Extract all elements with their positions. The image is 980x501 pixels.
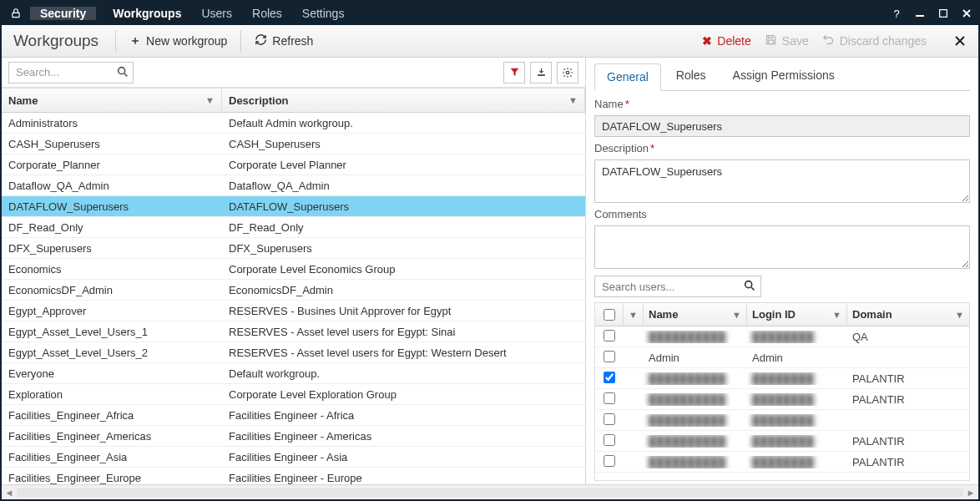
- table-row[interactable]: Egypt_ApproverRESERVES - Busines Unit Ap…: [2, 301, 585, 321]
- filter-icon[interactable]: ▼: [624, 303, 644, 326]
- name-field[interactable]: [594, 115, 970, 137]
- cell-desc: RESERVES - Asset level users for Egypt: …: [222, 347, 585, 359]
- description-field[interactable]: [594, 159, 970, 203]
- new-workgroup-button[interactable]: ＋ New workgroup: [123, 30, 234, 52]
- tab-general[interactable]: General: [594, 63, 661, 91]
- cell-name: Egypt_Asset_Level_Users_2: [2, 347, 222, 359]
- user-col-domain[interactable]: Domain▼: [847, 303, 969, 326]
- undo-icon: [822, 33, 835, 48]
- user-row[interactable]: ██████████████████PALANTIR: [595, 452, 969, 473]
- table-row[interactable]: CASH_SuperusersCASH_Superusers: [2, 134, 585, 154]
- table-row[interactable]: Egypt_Asset_Level_Users_2RESERVES - Asse…: [2, 342, 585, 363]
- col-header-desc-label: Description: [229, 94, 289, 107]
- table-row[interactable]: Egypt_Asset_Level_Users_1RESERVES - Asse…: [2, 321, 585, 342]
- delete-label: Delete: [717, 34, 750, 48]
- search-icon[interactable]: [116, 65, 129, 81]
- table-row[interactable]: Dataflow_QA_AdminDataflow_QA_Admin: [2, 175, 585, 196]
- col-header-description[interactable]: Description ▼: [222, 89, 585, 112]
- clear-filter-button[interactable]: [503, 62, 525, 84]
- table-row[interactable]: Facilities_Engineer_EuropeFacilities Eng…: [2, 468, 585, 484]
- refresh-button[interactable]: Refresh: [248, 30, 320, 52]
- user-checkbox[interactable]: [595, 392, 624, 407]
- cell-name: Economics: [2, 263, 222, 276]
- table-row[interactable]: Corporate_PlannerCorporate Level Planner: [2, 154, 585, 175]
- table-row[interactable]: DATAFLOW_SuperusersDATAFLOW_Superusers: [2, 196, 585, 217]
- title-tab-roles[interactable]: Roles: [242, 2, 292, 25]
- new-workgroup-label: New workgroup: [146, 34, 227, 48]
- minimize-icon[interactable]: [908, 2, 932, 25]
- title-tab-settings[interactable]: Settings: [292, 2, 355, 25]
- search-icon[interactable]: [743, 279, 756, 295]
- table-row[interactable]: EconomicsCorporate Level Economics Group: [2, 259, 585, 280]
- cell-name: Corporate_Planner: [2, 159, 222, 171]
- user-name: ██████████: [644, 331, 747, 343]
- user-row[interactable]: AdminAdmin: [595, 347, 969, 368]
- name-field-label: Name: [594, 98, 624, 110]
- close-icon[interactable]: [955, 2, 978, 25]
- horizontal-scrollbar[interactable]: ◄ ►: [2, 484, 978, 499]
- user-row[interactable]: ██████████████████QA: [595, 326, 969, 347]
- filter-icon[interactable]: ▼: [568, 95, 578, 105]
- delete-icon: ✖: [702, 34, 712, 48]
- table-row[interactable]: Facilities_Engineer_AmericasFacilities E…: [2, 426, 585, 447]
- user-col-login[interactable]: Login ID▼: [747, 303, 847, 326]
- settings-button[interactable]: [557, 62, 578, 84]
- user-search-input[interactable]: [594, 276, 761, 297]
- help-icon[interactable]: ?: [885, 2, 908, 25]
- app-title: Security: [30, 7, 96, 20]
- cell-name: DATAFLOW_Superusers: [2, 200, 222, 213]
- title-tab-users[interactable]: Users: [191, 2, 242, 25]
- cell-name: Egypt_Approver: [2, 305, 222, 317]
- export-button[interactable]: [530, 62, 552, 84]
- table-row[interactable]: Facilities_Engineer_AfricaFacilities Eng…: [2, 405, 585, 426]
- user-col-name[interactable]: Name▼: [644, 303, 747, 326]
- cell-desc: Default workgroup.: [222, 367, 585, 380]
- col-header-name[interactable]: Name ▼: [2, 89, 222, 112]
- user-checkbox[interactable]: [595, 434, 624, 448]
- user-checkbox[interactable]: [595, 330, 624, 344]
- table-row[interactable]: EveryoneDefault workgroup.: [2, 363, 585, 384]
- user-row[interactable]: ██████████████████PALANTIR: [595, 431, 969, 452]
- cell-name: Egypt_Asset_Level_Users_1: [2, 326, 222, 338]
- tab-roles[interactable]: Roles: [664, 63, 718, 90]
- delete-button[interactable]: ✖ Delete: [695, 31, 757, 51]
- cell-desc: Corporate Level Planner: [222, 159, 585, 171]
- user-row[interactable]: ██████████████████: [595, 410, 969, 431]
- maximize-icon[interactable]: [932, 2, 955, 25]
- user-grid[interactable]: ██████████████████QAAdminAdmin██████████…: [595, 326, 969, 480]
- cell-desc: Facilities Engineer - Americas: [222, 430, 585, 443]
- workgroup-grid[interactable]: AdministratorsDefault Admin workgroup.CA…: [2, 113, 585, 484]
- select-all-checkbox[interactable]: [595, 303, 624, 326]
- table-row[interactable]: Facilities_Engineer_AsiaFacilities Engin…: [2, 447, 585, 468]
- discard-label: Discard changes: [840, 34, 927, 48]
- comments-field[interactable]: [594, 225, 970, 269]
- cell-name: Administrators: [2, 117, 222, 129]
- panel-close-icon[interactable]: [948, 25, 972, 57]
- user-checkbox[interactable]: [595, 372, 624, 386]
- cell-desc: Dataflow_QA_Admin: [222, 180, 585, 192]
- table-row[interactable]: AdministratorsDefault Admin workgroup.: [2, 113, 585, 134]
- table-row[interactable]: DF_Read_OnlyDF_Read_Only: [2, 217, 585, 238]
- save-icon: [765, 33, 777, 48]
- filter-icon[interactable]: ▼: [205, 95, 215, 105]
- workgroup-search[interactable]: [8, 62, 134, 84]
- user-checkbox[interactable]: [595, 351, 624, 365]
- user-domain: PALANTIR: [847, 456, 969, 468]
- user-row[interactable]: ██████████████████PALANTIR: [595, 368, 969, 389]
- svg-rect-1: [916, 15, 924, 17]
- table-row[interactable]: ExplorationCorporate Level Exploration G…: [2, 384, 585, 405]
- workgroup-search-input[interactable]: [8, 62, 134, 84]
- user-domain: PALANTIR: [847, 393, 969, 406]
- table-row[interactable]: DFX_SuperusersDFX_Superusers: [2, 238, 585, 259]
- user-checkbox[interactable]: [595, 455, 624, 469]
- title-tab-workgroups[interactable]: Workgroups: [103, 2, 191, 25]
- cell-name: Exploration: [2, 388, 222, 401]
- scroll-left-icon[interactable]: ◄: [2, 488, 17, 498]
- table-row[interactable]: EconomicsDF_AdminEconomicsDF_Admin: [2, 280, 585, 301]
- tab-assign-permissions[interactable]: Assign Permissions: [721, 63, 846, 90]
- scroll-right-icon[interactable]: ►: [963, 488, 978, 498]
- user-checkbox[interactable]: [595, 413, 624, 428]
- user-row[interactable]: ██████████████████PALANTIR: [595, 389, 969, 410]
- user-login: ████████: [747, 393, 847, 406]
- refresh-icon: [255, 33, 267, 48]
